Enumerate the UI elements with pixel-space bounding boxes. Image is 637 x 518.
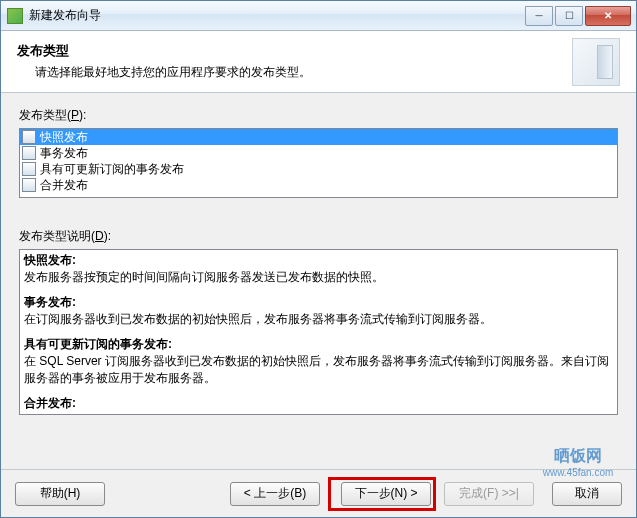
back-button[interactable]: < 上一步(B) <box>230 482 320 506</box>
list-item-label: 合并发布 <box>40 177 88 194</box>
desc-body: 在 SQL Server 订阅服务器收到已发布数据的初始快照后，发布服务器将事务… <box>24 353 613 387</box>
merge-icon <box>22 178 36 192</box>
maximize-button[interactable]: ☐ <box>555 6 583 26</box>
banner: 发布类型 请选择能最好地支持您的应用程序要求的发布类型。 <box>1 31 636 93</box>
help-button[interactable]: 帮助(H) <box>15 482 105 506</box>
banner-graphic <box>572 38 620 86</box>
list-item[interactable]: 合并发布 <box>20 177 617 193</box>
list-item[interactable]: 事务发布 <box>20 145 617 161</box>
desc-body: 发布服务器按预定的时间间隔向订阅服务器发送已发布数据的快照。 <box>24 269 613 286</box>
banner-subtitle: 请选择能最好地支持您的应用程序要求的发布类型。 <box>35 64 572 81</box>
wizard-window: 新建发布向导 ─ ☐ ✕ 发布类型 请选择能最好地支持您的应用程序要求的发布类型… <box>0 0 637 518</box>
list-item[interactable]: 具有可更新订阅的事务发布 <box>20 161 617 177</box>
list-item-label: 事务发布 <box>40 145 88 162</box>
publication-type-list[interactable]: 快照发布 事务发布 具有可更新订阅的事务发布 合并发布 <box>19 128 618 198</box>
minimize-button[interactable]: ─ <box>525 6 553 26</box>
app-icon <box>7 8 23 24</box>
window-title: 新建发布向导 <box>29 7 523 24</box>
window-controls: ─ ☐ ✕ <box>523 6 631 26</box>
banner-text: 发布类型 请选择能最好地支持您的应用程序要求的发布类型。 <box>17 42 572 81</box>
content-area: 发布类型(P): 快照发布 事务发布 具有可更新订阅的事务发布 合并发布 发布类… <box>1 93 636 469</box>
updatable-transactional-icon <box>22 162 36 176</box>
desc-title: 快照发布: <box>24 252 613 269</box>
desc-title: 具有可更新订阅的事务发布: <box>24 336 613 353</box>
transactional-icon <box>22 146 36 160</box>
finish-button: 完成(F) >>| <box>444 482 534 506</box>
desc-title: 合并发布: <box>24 395 613 412</box>
footer: 帮助(H) < 上一步(B) 下一步(N) > 完成(F) >>| 取消 <box>1 469 636 517</box>
banner-title: 发布类型 <box>17 42 572 60</box>
next-button[interactable]: 下一步(N) > <box>341 482 431 506</box>
desc-body: 在订阅服务器收到已发布数据的初始快照后，发布服务器将事务流式传输到订阅服务器。 <box>24 311 613 328</box>
types-label: 发布类型(P): <box>19 107 618 124</box>
snapshot-icon <box>22 130 36 144</box>
cancel-button[interactable]: 取消 <box>552 482 622 506</box>
list-item[interactable]: 快照发布 <box>20 129 617 145</box>
close-button[interactable]: ✕ <box>585 6 631 26</box>
description-label: 发布类型说明(D): <box>19 228 618 245</box>
list-item-label: 具有可更新订阅的事务发布 <box>40 161 184 178</box>
description-box[interactable]: 快照发布: 发布服务器按预定的时间间隔向订阅服务器发送已发布数据的快照。 事务发… <box>19 249 618 415</box>
titlebar: 新建发布向导 ─ ☐ ✕ <box>1 1 636 31</box>
desc-title: 事务发布: <box>24 294 613 311</box>
list-item-label: 快照发布 <box>40 129 88 146</box>
next-highlight: 下一步(N) > <box>328 477 436 511</box>
